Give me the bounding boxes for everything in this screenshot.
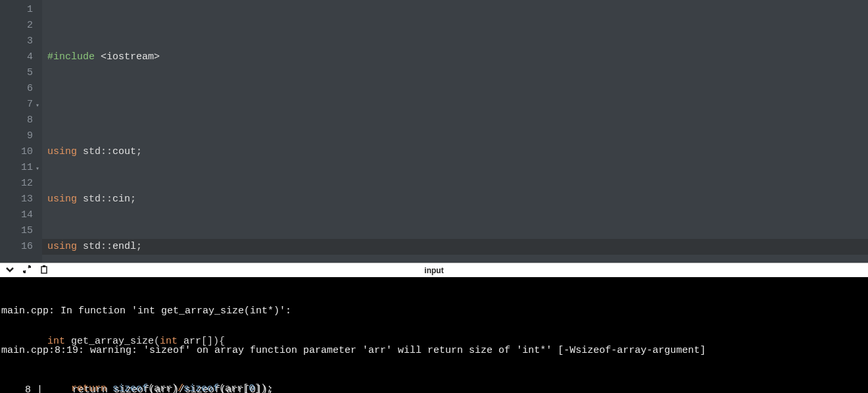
- line-number: 6: [0, 81, 33, 97]
- code-line: using std::cin;: [47, 192, 868, 207]
- line-number: 12: [0, 176, 33, 192]
- fold-marker-icon[interactable]: ▾: [36, 161, 39, 177]
- console-toolbar: input: [0, 263, 868, 277]
- line-number: 10: [0, 144, 33, 160]
- line-number: 14: [0, 207, 33, 223]
- code-line: [47, 286, 868, 302]
- line-number: 11▾: [0, 160, 33, 176]
- line-number: 8: [0, 113, 33, 128]
- console-tab-label[interactable]: input: [424, 266, 443, 275]
- line-number-gutter: 1 2 3 4 5 6 7▾ 8 9 10 11▾ 12 13 14 15 16: [0, 0, 42, 263]
- line-number: 13: [0, 192, 33, 207]
- code-content[interactable]: #include <iostream> using std::cout; usi…: [42, 0, 868, 263]
- line-number: 1: [0, 2, 33, 18]
- line-number: 16: [0, 239, 33, 255]
- line-number: 7▾: [0, 97, 33, 113]
- clipboard-icon[interactable]: [39, 265, 49, 276]
- code-line: [47, 97, 868, 113]
- line-number: 3: [0, 34, 33, 49]
- collapse-icon[interactable]: [5, 265, 14, 276]
- code-line: #include <iostream>: [47, 49, 868, 65]
- code-line: int get_array_size(int arr[]){: [47, 334, 868, 350]
- line-number: 5: [0, 65, 33, 81]
- svg-rect-0: [41, 267, 47, 273]
- line-number: 4: [0, 49, 33, 65]
- line-number: 9: [0, 128, 33, 144]
- fold-marker-icon[interactable]: ▾: [36, 98, 39, 114]
- code-line: return sizeof(arr)/sizeof(arr[0]);: [47, 381, 868, 393]
- expand-icon[interactable]: [22, 265, 32, 276]
- line-number: 2: [0, 18, 33, 34]
- line-number: 15: [0, 223, 33, 239]
- svg-rect-1: [43, 265, 45, 267]
- code-line: using std::cout;: [47, 144, 868, 160]
- active-line-highlight: [42, 239, 868, 255]
- code-editor[interactable]: 1 2 3 4 5 6 7▾ 8 9 10 11▾ 12 13 14 15 16…: [0, 0, 868, 263]
